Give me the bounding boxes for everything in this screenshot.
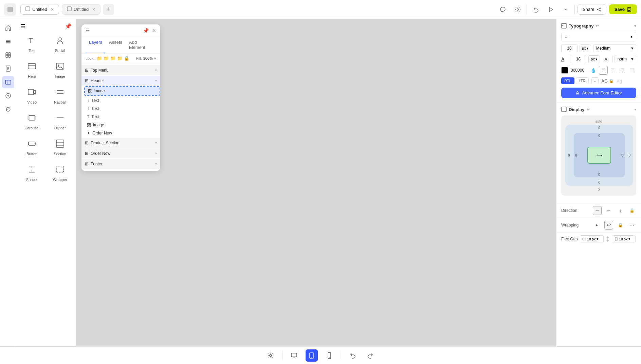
margin-right-val[interactable]: 0 [628,153,630,157]
text-transform-select[interactable]: norm ▾ [615,55,636,63]
elements-panel-menu-icon[interactable]: ☰ [20,23,25,30]
align-justify-button[interactable] [627,66,636,75]
lock-icon-3[interactable]: 📁 [110,56,116,61]
undo-bottom-button[interactable] [347,349,359,362]
tab-1[interactable]: Untitled ✕ [20,4,59,15]
dash-button[interactable]: - [591,77,599,84]
flex-gap-h-input[interactable]: 18 px ▾ [580,235,604,242]
wrap-more-icon[interactable]: ⋯ [627,221,636,230]
desktop-view-button[interactable] [288,349,300,362]
layers-pin-icon[interactable]: 📌 [143,28,149,33]
align-center-button[interactable] [608,66,617,75]
display-collapse[interactable]: ▾ [634,107,636,112]
active-panel-button[interactable] [2,76,14,88]
layer-item-text-3[interactable]: T Text [84,113,160,121]
layer-section-footer[interactable]: ⊞ Footer ▾ [81,159,160,169]
layers-close-icon[interactable]: ✕ [152,28,156,33]
element-section[interactable]: Section [47,135,73,159]
font-size-input[interactable] [561,44,578,52]
tab-2-close[interactable]: ✕ [92,7,95,12]
element-navbar[interactable]: Navbar [47,84,73,108]
layer-section-order[interactable]: ⊞ Order Now ▾ [81,148,160,158]
flex-gap-resize-handle[interactable] [606,236,610,242]
share-button[interactable]: Share [578,4,606,15]
layer-item-order-now[interactable]: ✦ Order Now [84,129,160,137]
save-button[interactable]: Save [609,4,637,14]
element-wrapper[interactable]: Wrapper [47,161,73,185]
margin-bottom-val[interactable]: 0 [598,181,600,184]
play-button[interactable] [545,3,557,16]
typography-collapse[interactable]: ▾ [634,23,636,28]
wrap-lock-icon[interactable]: 🔒 [616,221,625,230]
align-left-button[interactable] [599,66,608,75]
undo-top-button[interactable] [530,3,542,16]
tab-1-close[interactable]: ✕ [51,7,54,12]
rtl-button[interactable]: RTL [561,77,574,84]
element-video[interactable]: Video [19,84,45,108]
mobile-view-button[interactable] [323,349,335,362]
line-height-unit[interactable]: px ▾ [588,55,600,63]
flex-gap-v-input[interactable]: 18 px ▾ [612,235,636,242]
lock-icon-1[interactable]: 📁 [97,56,102,61]
components-nav-button[interactable] [2,49,14,61]
tablet-view-button[interactable] [306,349,318,362]
settings-button[interactable] [512,3,524,16]
layers-nav-button[interactable] [2,35,14,48]
padding-bottom-val[interactable]: 0 [598,173,600,177]
ltr-button[interactable]: LTR [576,77,589,84]
add-nav-button[interactable] [2,90,14,102]
padding-left-val[interactable]: 0 [575,153,577,157]
layer-item-text-2[interactable]: T Text [84,105,160,113]
settings-bottom-button[interactable] [264,349,277,362]
color-swatch[interactable] [561,67,568,74]
direction-lock-icon[interactable]: 🔒 [627,206,636,215]
wrap-icon-1[interactable]: ↵ [593,221,602,230]
element-text[interactable]: T Text [19,32,45,56]
font-weight-select[interactable]: Medium ▾ [593,44,636,52]
pages-nav-button[interactable] [2,62,14,75]
layer-item-image-1[interactable]: 🖼 image [85,87,160,95]
element-image[interactable]: Image [47,58,73,82]
lock-icon-4[interactable]: 📁 [117,56,123,61]
direction-down-button[interactable]: ↓ [616,206,625,215]
tab-2[interactable]: Untitled ✕ [62,4,100,15]
font-family-dropdown[interactable]: ... ▾ [561,32,636,41]
pin-icon[interactable]: 📌 [65,23,72,30]
element-hero[interactable]: Hero [19,58,45,82]
element-spacer[interactable]: Spacer [19,161,45,185]
redo-bottom-button[interactable] [364,349,377,362]
advance-font-editor-button[interactable]: Advance Font Editor [561,88,636,98]
fill-arrow[interactable]: ▾ [154,56,156,61]
element-carousel[interactable]: Carousel [19,110,45,133]
margin-left-val[interactable]: 0 [568,153,570,157]
history-nav-button[interactable] [2,103,14,115]
tab-layers[interactable]: Layers [86,37,106,53]
margin-top-val[interactable]: 0 [598,126,600,130]
element-divider[interactable]: Divider [47,110,73,133]
layers-menu-icon[interactable]: ☰ [86,28,90,33]
lock-icon-lock[interactable]: 🔒 [124,56,129,61]
direction-right-button[interactable]: → [593,206,602,215]
font-size-unit[interactable]: px ▾ [580,44,591,52]
more-button[interactable] [560,3,572,16]
element-social[interactable]: Social [47,32,73,56]
padding-right-val[interactable]: 0 [621,153,623,157]
outer-margin-bottom[interactable]: 0 [565,188,632,192]
add-tab-button[interactable]: + [103,4,114,15]
tab-assets[interactable]: Assets [106,37,126,53]
layer-item-image-selected[interactable]: 🖼 image [84,86,160,96]
eyedropper-button[interactable]: 💧 [590,68,596,73]
display-back-icon[interactable]: ↩ [586,107,590,112]
element-button[interactable]: Button [19,135,45,159]
layer-section-header[interactable]: ⊞ Header ▾ [81,76,160,86]
align-right-button[interactable] [618,66,627,75]
line-height-input[interactable] [570,55,586,63]
tab-add-element[interactable]: Add Element [126,37,156,53]
layer-item-image-2[interactable]: 🖼 image [84,121,160,129]
layer-section-product[interactable]: ⊞ Product Section ▾ [81,138,160,148]
padding-top-val[interactable]: 0 [598,134,600,138]
layer-item-text-1[interactable]: T Text [84,96,160,105]
home-nav-button[interactable] [2,22,14,34]
wrap-icon-2[interactable] [604,221,613,230]
direction-left-button[interactable]: ← [604,206,613,215]
